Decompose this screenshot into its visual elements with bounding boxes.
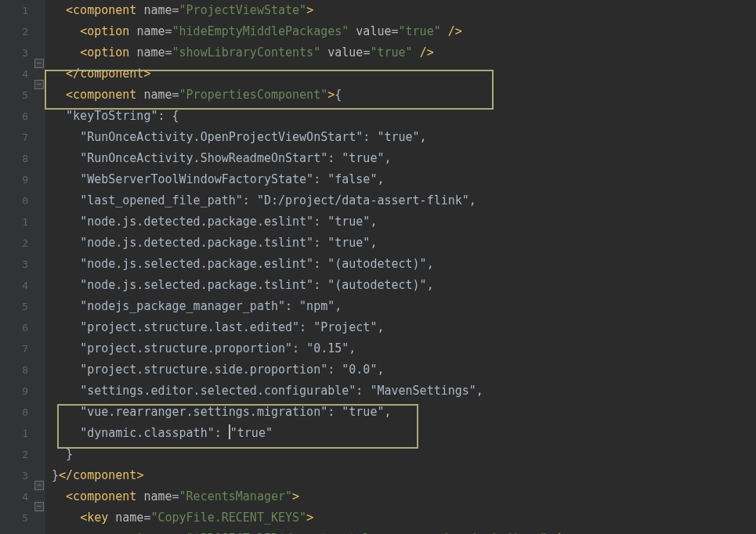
code-area[interactable]: <component name="ProjectViewState"> <opt…	[45, 0, 756, 534]
code-line[interactable]: <component name="ProjectViewState">	[52, 0, 756, 21]
code-line[interactable]: "keyToString": {	[52, 106, 756, 127]
code-line[interactable]: "project.structure.last.edited": "Projec…	[52, 317, 756, 338]
code-line[interactable]: "vue.rearranger.settings.migration": "tr…	[52, 402, 756, 423]
code-line[interactable]: "dynamic.classpath": "true"	[52, 423, 756, 444]
code-line[interactable]: <recent name="$PROJECT_DIR$/asset-catalo…	[52, 529, 756, 534]
code-line[interactable]: "last_opened_file_path": "D:/project/dat…	[52, 190, 756, 211]
code-line[interactable]: "node.js.detected.package.eslint": "true…	[52, 211, 756, 233]
code-line[interactable]: "RunOnceActivity.ShowReadmeOnStart": "tr…	[52, 148, 756, 169]
line-number-gutter: 12345678901234567890123456––––	[0, 0, 45, 534]
code-line[interactable]: "settings.editor.selected.configurable":…	[52, 381, 756, 402]
code-line[interactable]: }</component>	[52, 465, 756, 486]
code-line[interactable]: "project.structure.side.proportion": "0.…	[52, 359, 756, 381]
code-line[interactable]: "node.js.selected.package.eslint": "(aut…	[52, 254, 756, 275]
code-editor[interactable]: 12345678901234567890123456–––– <componen…	[0, 0, 756, 534]
code-line[interactable]: "nodejs_package_manager_path": "npm",	[52, 296, 756, 317]
code-line[interactable]: <option name="showLibraryContents" value…	[52, 42, 756, 63]
code-line[interactable]: "WebServerToolWindowFactoryState": "fals…	[52, 169, 756, 190]
code-line[interactable]: "node.js.detected.package.tslint": "true…	[52, 233, 756, 254]
code-line[interactable]: "node.js.selected.package.tslint": "(aut…	[52, 275, 756, 296]
code-line[interactable]: </component>	[52, 63, 756, 85]
code-line[interactable]: }	[52, 444, 756, 465]
code-line[interactable]: <component name="RecentsManager">	[52, 486, 756, 507]
code-line[interactable]: <key name="CopyFile.RECENT_KEYS">	[52, 507, 756, 529]
code-line[interactable]: <option name="hideEmptyMiddlePackages" v…	[52, 21, 756, 42]
code-line[interactable]: "project.structure.proportion": "0.15",	[52, 338, 756, 359]
code-line[interactable]: <component name="PropertiesComponent">{	[52, 85, 756, 106]
code-line[interactable]: "RunOnceActivity.OpenProjectViewOnStart"…	[52, 127, 756, 148]
